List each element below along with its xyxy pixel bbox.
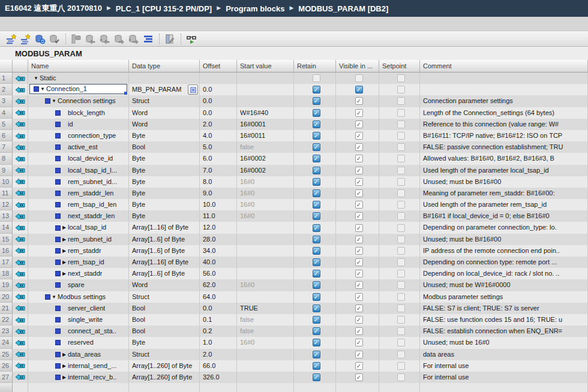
column-header-blank[interactable] <box>0 60 13 73</box>
datatype-cell[interactable]: Byte <box>129 130 200 141</box>
visible-in-hmi-checkbox[interactable]: ✓ <box>355 351 363 358</box>
monitor-all-button[interactable] <box>185 32 198 46</box>
setpoint-checkbox[interactable] <box>397 362 405 370</box>
visible-in-hmi-checkbox[interactable]: ✓ <box>355 120 363 128</box>
comment-cell[interactable]: Depending on connection type: remote por… <box>420 257 588 268</box>
copy-all-snapshots-to-start-button[interactable] <box>98 32 112 46</box>
offset-cell[interactable]: 64.0 <box>200 291 237 303</box>
expand-icon[interactable]: ▶ <box>61 257 68 268</box>
offset-cell[interactable]: 5.0 <box>200 141 237 153</box>
start-value-cell[interactable]: false <box>237 325 294 337</box>
retain-checkbox[interactable]: ✓ <box>313 339 320 346</box>
setpoint-checkbox[interactable] <box>397 327 405 335</box>
retain-checkbox[interactable]: ✓ <box>313 351 320 358</box>
setpoint-checkbox[interactable] <box>397 224 405 232</box>
name-cell[interactable]: id <box>28 119 129 130</box>
retain-checkbox[interactable]: ✓ <box>313 143 320 151</box>
setpoint-checkbox[interactable] <box>397 201 405 209</box>
visible-in-hmi-checkbox[interactable]: ✓ <box>355 132 363 140</box>
retain-checkbox[interactable]: ✓ <box>313 167 320 174</box>
datatype-cell[interactable]: Word <box>129 279 200 291</box>
empty-cell[interactable] <box>420 383 588 392</box>
copy-snapshot-to-start-button[interactable] <box>84 32 97 46</box>
offset-cell[interactable]: 40.0 <box>200 257 237 268</box>
visible-in-hmi-checkbox[interactable]: ✓ <box>355 339 363 346</box>
name-cell[interactable]: server_client <box>28 303 129 314</box>
add-row-button[interactable] <box>19 32 32 46</box>
datatype-cell[interactable]: Byte <box>129 176 200 188</box>
retain-checkbox[interactable]: ✓ <box>313 316 320 324</box>
comment-cell[interactable]: Depending on parameter connection_type: … <box>420 222 588 233</box>
start-value-cell[interactable]: 16#0 <box>237 337 294 348</box>
offset-cell[interactable]: 34.0 <box>200 245 237 257</box>
visible-in-hmi-checkbox[interactable]: ✓ <box>355 281 363 289</box>
row-number[interactable]: 27 <box>0 372 13 383</box>
start-value-cell[interactable] <box>237 95 294 107</box>
visible-in-hmi-checkbox[interactable]: ✓ <box>355 316 363 324</box>
empty-cell[interactable] <box>13 383 28 392</box>
comment-cell[interactable]: Modbus parameter settings <box>420 291 588 303</box>
start-value-cell[interactable]: 16#0001 <box>237 119 294 130</box>
comment-cell[interactable]: Reference to this connection (value rang… <box>420 119 588 130</box>
comment-cell[interactable]: IP address of the remote connection end … <box>420 245 588 257</box>
start-value-cell[interactable] <box>237 84 294 95</box>
setpoint-checkbox[interactable] <box>397 74 405 82</box>
comment-cell[interactable]: For internal use <box>420 372 588 383</box>
offset-cell[interactable]: 66.0 <box>200 360 237 372</box>
setpoint-checkbox[interactable] <box>397 120 405 128</box>
name-cell[interactable]: ▶internal_recv_b.. <box>28 372 129 383</box>
datatype-cell[interactable] <box>129 73 200 84</box>
expanded-mode-button[interactable] <box>142 32 155 46</box>
column-header-name[interactable]: Name <box>28 60 129 73</box>
row-number[interactable]: 5 <box>0 119 13 130</box>
retain-checkbox[interactable]: ✓ <box>313 189 320 197</box>
name-cell[interactable]: reserved <box>28 337 129 348</box>
retain-checkbox[interactable]: ✓ <box>313 86 320 94</box>
breadcrumb-item[interactable]: MODBUS_PARAM [DB2] <box>298 4 388 13</box>
start-value-cell[interactable] <box>237 372 294 383</box>
retain-checkbox[interactable]: ✓ <box>313 201 320 209</box>
start-value-cell[interactable] <box>237 257 294 268</box>
expand-icon[interactable]: ▶ <box>61 234 68 245</box>
setpoint-checkbox[interactable] <box>397 270 405 278</box>
comment-cell[interactable] <box>420 84 588 95</box>
name-cell[interactable]: active_est <box>28 141 129 153</box>
datatype-cell[interactable]: Byte <box>129 199 200 210</box>
column-header-setpoint[interactable]: Setpoint <box>379 60 420 73</box>
row-number[interactable]: 21 <box>0 303 13 314</box>
row-number[interactable]: 10 <box>0 176 13 188</box>
row-number[interactable]: 16 <box>0 245 13 257</box>
collapse-icon[interactable]: ▼ <box>32 73 40 84</box>
row-number[interactable]: 20 <box>0 291 13 303</box>
start-value-cell[interactable]: W#16#40 <box>237 107 294 119</box>
retain-checkbox[interactable]: ✓ <box>313 155 320 162</box>
setpoint-checkbox[interactable] <box>397 258 405 266</box>
setpoint-checkbox[interactable] <box>397 155 405 162</box>
name-cell[interactable]: next_staddr_len <box>28 210 129 222</box>
visible-in-hmi-checkbox[interactable]: ✓ <box>355 97 363 105</box>
row-number[interactable]: 24 <box>0 337 13 348</box>
setpoint-checkbox[interactable] <box>397 339 405 346</box>
comment-cell[interactable]: FALSE: use function codes 15 and 16; TRU… <box>420 314 588 325</box>
datatype-cell[interactable]: Array[1..6] of Byte <box>129 268 200 279</box>
setpoint-checkbox[interactable] <box>397 304 405 312</box>
setpoint-checkbox[interactable] <box>397 132 405 140</box>
datatype-cell[interactable]: Byte <box>129 337 200 348</box>
comment-cell[interactable]: FALSE: passive connection establishment;… <box>420 141 588 153</box>
name-cell[interactable]: ▶local_tsap_id <box>28 222 129 233</box>
name-cell[interactable]: ▶internal_send_... <box>28 360 129 372</box>
offset-cell[interactable]: 4.0 <box>200 130 237 141</box>
copy-start-to-snapshot-button[interactable] <box>113 32 126 46</box>
name-cell[interactable]: connect_at_sta.. <box>28 325 129 337</box>
row-number[interactable]: 22 <box>0 314 13 325</box>
name-cell[interactable]: ▼Static <box>28 73 129 84</box>
retain-checkbox[interactable]: ✓ <box>313 212 320 220</box>
setpoint-checkbox[interactable] <box>397 212 405 220</box>
name-cell[interactable]: rem_staddr_len <box>28 188 129 199</box>
offset-cell[interactable]: 0.0 <box>200 84 237 95</box>
comment-cell[interactable]: For internal use <box>420 360 588 372</box>
empty-cell[interactable] <box>200 383 237 392</box>
start-value-cell[interactable]: 16#0 <box>237 176 294 188</box>
offset-cell[interactable]: 10.0 <box>200 199 237 210</box>
empty-cell[interactable] <box>129 383 200 392</box>
